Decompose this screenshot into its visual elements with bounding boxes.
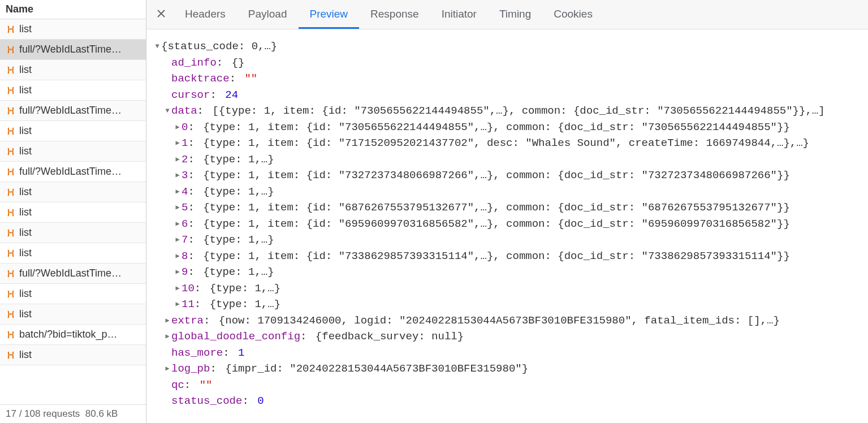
json-line-content: 10: {type: 1,…} — [182, 280, 280, 297]
json-line-content: 0: {type: 1, item: {id: "730565562214449… — [182, 119, 790, 136]
request-row[interactable]: list — [0, 243, 146, 264]
tree-arrow-icon[interactable] — [174, 280, 182, 296]
json-tree-line[interactable]: 7: {type: 1,…} — [153, 232, 861, 248]
json-tree-line[interactable]: 0: {type: 1, item: {id: "730565562214449… — [153, 119, 861, 136]
request-row[interactable]: list — [0, 223, 146, 243]
json-tree-line[interactable]: 9: {type: 1,…} — [153, 264, 861, 280]
fetch-icon — [6, 208, 16, 218]
json-line-content: log_pb: {impr_id: "20240228153044A5673BF… — [171, 361, 528, 377]
fetch-icon — [6, 146, 16, 157]
json-tree-line[interactable]: 11: {type: 1,…} — [153, 296, 861, 313]
fetch-icon — [6, 269, 16, 279]
request-row[interactable]: list — [0, 345, 146, 365]
json-tree-line[interactable]: has_more: 1 — [153, 345, 861, 361]
tree-arrow-icon[interactable] — [163, 329, 171, 344]
json-line-content: ad_info: {} — [171, 55, 244, 71]
tree-arrow-icon[interactable] — [174, 200, 182, 215]
json-line-content: 4: {type: 1,…} — [182, 184, 274, 200]
json-tree-line[interactable]: cursor: 24 — [153, 87, 861, 103]
request-row[interactable]: batch/?bid=tiktok_p… — [0, 325, 146, 345]
request-name: list — [19, 308, 32, 320]
request-row[interactable]: full/?WebIdLastTime… — [0, 40, 146, 60]
tree-arrow-icon[interactable] — [163, 103, 171, 119]
fetch-icon — [6, 167, 16, 177]
tree-arrow-icon[interactable] — [174, 232, 182, 248]
json-line-content: 8: {type: 1, item: {id: "733862985739331… — [182, 248, 790, 265]
request-row[interactable]: list — [0, 304, 146, 325]
json-line-content: backtrace: "" — [171, 71, 257, 87]
json-tree-line[interactable]: status_code: 0 — [153, 393, 861, 409]
json-line-content: qc: "" — [171, 377, 212, 394]
request-row[interactable]: list — [0, 19, 146, 40]
json-tree-line[interactable]: 8: {type: 1, item: {id: "733862985739331… — [153, 248, 861, 265]
request-row[interactable]: list — [0, 60, 146, 80]
json-line-content: {status_code: 0,…} — [161, 38, 277, 55]
close-panel-button[interactable] — [152, 2, 174, 27]
tree-arrow-icon[interactable] — [174, 184, 182, 200]
json-tree-line[interactable]: 4: {type: 1,…} — [153, 184, 861, 200]
tree-arrow-icon[interactable] — [174, 152, 182, 167]
request-row[interactable]: list — [0, 202, 146, 223]
json-tree-line[interactable]: log_pb: {impr_id: "20240228153044A5673BF… — [153, 361, 861, 377]
tree-arrow-icon[interactable] — [153, 38, 161, 54]
fetch-icon — [6, 187, 16, 197]
json-tree-line[interactable]: ad_info: {} — [153, 55, 861, 71]
tree-arrow-icon[interactable] — [163, 313, 171, 329]
request-row[interactable]: list — [0, 141, 146, 162]
json-tree-line[interactable]: {status_code: 0,…} — [153, 38, 861, 55]
request-name: list — [19, 288, 32, 300]
json-tree-line[interactable]: 10: {type: 1,…} — [153, 280, 861, 297]
json-line-content: 9: {type: 1,…} — [182, 264, 274, 280]
json-line-content: global_doodle_config: {feedback_survey: … — [171, 329, 464, 345]
tab-response[interactable]: Response — [359, 0, 430, 29]
tree-arrow-icon[interactable] — [174, 135, 182, 151]
request-row[interactable]: list — [0, 80, 146, 101]
json-tree-line[interactable]: global_doodle_config: {feedback_survey: … — [153, 329, 861, 345]
json-tree-line[interactable]: 6: {type: 1, item: {id: "695960997031685… — [153, 216, 861, 232]
tab-cookies[interactable]: Cookies — [542, 0, 604, 29]
json-line-content: cursor: 24 — [171, 87, 238, 103]
request-row[interactable]: list — [0, 182, 146, 202]
request-row[interactable]: full/?WebIdLastTime… — [0, 264, 146, 284]
tab-headers[interactable]: Headers — [174, 0, 237, 29]
json-line-content: status_code: 0 — [171, 393, 264, 409]
json-tree-line[interactable]: 3: {type: 1, item: {id: "732723734806698… — [153, 167, 861, 184]
tree-arrow-icon[interactable] — [174, 264, 182, 280]
json-tree-line[interactable]: 2: {type: 1,…} — [153, 152, 861, 168]
tree-arrow-icon[interactable] — [174, 119, 182, 135]
json-line-content: 6: {type: 1, item: {id: "695960997031685… — [182, 216, 790, 232]
name-column-header[interactable]: Name — [0, 0, 146, 19]
json-tree-line[interactable]: qc: "" — [153, 377, 861, 394]
tree-arrow-icon[interactable] — [163, 361, 171, 377]
request-name: full/?WebIdLastTime… — [19, 44, 122, 55]
tab-preview[interactable]: Preview — [299, 0, 360, 29]
request-name: list — [19, 247, 32, 259]
tree-arrow-icon[interactable] — [174, 296, 182, 312]
request-list[interactable]: listfull/?WebIdLastTime…listlistfull/?We… — [0, 19, 146, 404]
request-name: list — [19, 186, 32, 198]
request-row[interactable]: full/?WebIdLastTime… — [0, 101, 146, 121]
tab-payload[interactable]: Payload — [237, 0, 299, 29]
json-tree-line[interactable]: data: [{type: 1, item: {id: "73056556221… — [153, 103, 861, 119]
request-row[interactable]: full/?WebIdLastTime… — [0, 162, 146, 182]
request-row[interactable]: list — [0, 121, 146, 141]
json-tree-line[interactable]: 1: {type: 1, item: {id: "717152095202143… — [153, 135, 861, 152]
tab-initiator[interactable]: Initiator — [430, 0, 488, 29]
request-row[interactable]: list — [0, 284, 146, 304]
fetch-icon — [6, 330, 16, 340]
tree-arrow-icon[interactable] — [174, 248, 182, 264]
json-line-content: 5: {type: 1, item: {id: "687626755379513… — [182, 200, 790, 216]
json-tree-line[interactable]: 5: {type: 1, item: {id: "687626755379513… — [153, 200, 861, 216]
tab-timing[interactable]: Timing — [488, 0, 542, 29]
tree-arrow-icon[interactable] — [174, 167, 182, 183]
request-name: full/?WebIdLastTime… — [19, 166, 122, 178]
json-tree-line[interactable]: extra: {now: 1709134246000, logid: "2024… — [153, 313, 861, 329]
json-line-content: 11: {type: 1,…} — [182, 296, 280, 313]
tree-arrow-icon[interactable] — [174, 216, 182, 232]
json-preview-tree[interactable]: {status_code: 0,…}ad_info: {}backtrace: … — [146, 29, 868, 423]
request-name: list — [19, 125, 32, 137]
detail-panel: HeadersPayloadPreviewResponseInitiatorTi… — [146, 0, 868, 423]
detail-tab-bar: HeadersPayloadPreviewResponseInitiatorTi… — [146, 0, 868, 29]
json-line-content: 3: {type: 1, item: {id: "732723734806698… — [182, 167, 790, 184]
json-tree-line[interactable]: backtrace: "" — [153, 71, 861, 87]
